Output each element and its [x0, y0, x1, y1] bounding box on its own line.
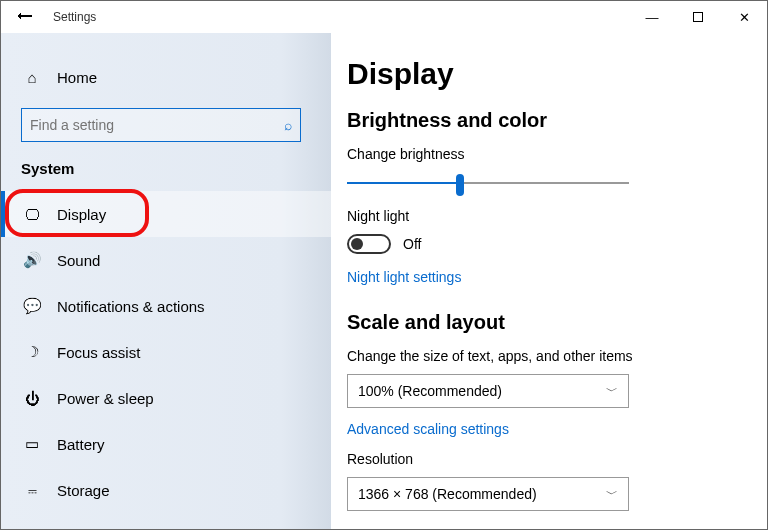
sidebar-item-label: Storage: [57, 482, 110, 499]
night-light-state: Off: [403, 236, 421, 252]
display-icon: 🖵: [21, 206, 43, 223]
scale-select[interactable]: 100% (Recommended) ﹀: [347, 374, 629, 408]
minimize-button[interactable]: —: [629, 1, 675, 33]
sidebar-item-label: Sound: [57, 252, 100, 269]
back-button[interactable]: 🠔: [9, 8, 41, 26]
advanced-scaling-link[interactable]: Advanced scaling settings: [347, 421, 509, 437]
resolution-label: Resolution: [347, 451, 747, 467]
scale-value: 100% (Recommended): [358, 383, 502, 399]
brightness-label: Change brightness: [347, 146, 747, 162]
settings-window: 🠔 Settings — ✕ ⌂ Home ⌕ System 🖵 Displa: [0, 0, 768, 530]
titlebar: 🠔 Settings — ✕: [1, 1, 767, 33]
sidebar-item-label: Notifications & actions: [57, 298, 205, 315]
search-input[interactable]: [30, 117, 284, 133]
night-light-label: Night light: [347, 208, 747, 224]
content-pane: Display Brightness and color Change brig…: [331, 33, 767, 529]
sound-icon: 🔊: [21, 251, 43, 269]
sidebar-item-sound[interactable]: 🔊 Sound: [1, 237, 331, 283]
home-icon: ⌂: [21, 69, 43, 86]
sidebar-item-focus-assist[interactable]: ☽ Focus assist: [1, 329, 331, 375]
battery-icon: ▭: [21, 435, 43, 453]
slider-thumb[interactable]: [456, 174, 464, 196]
window-controls: — ✕: [629, 1, 767, 33]
close-button[interactable]: ✕: [721, 1, 767, 33]
resolution-select[interactable]: 1366 × 768 (Recommended) ﹀: [347, 477, 629, 511]
window-title: Settings: [53, 10, 96, 24]
search-box[interactable]: ⌕: [21, 108, 301, 142]
section-brightness-color: Brightness and color: [347, 109, 747, 132]
sidebar-item-display[interactable]: 🖵 Display: [1, 191, 331, 237]
resolution-value: 1366 × 768 (Recommended): [358, 486, 537, 502]
page-title: Display: [347, 57, 747, 91]
home-link[interactable]: ⌂ Home: [1, 58, 331, 96]
power-icon: ⏻: [21, 390, 43, 407]
sidebar-item-label: Focus assist: [57, 344, 140, 361]
sidebar-item-label: Display: [57, 206, 106, 223]
scale-label: Change the size of text, apps, and other…: [347, 348, 747, 364]
maximize-button[interactable]: [675, 1, 721, 33]
chevron-down-icon: ﹀: [606, 383, 618, 400]
chevron-down-icon: ﹀: [606, 486, 618, 503]
sidebar-item-notifications[interactable]: 💬 Notifications & actions: [1, 283, 331, 329]
sidebar-item-battery[interactable]: ▭ Battery: [1, 421, 331, 467]
home-label: Home: [57, 69, 97, 86]
search-icon: ⌕: [284, 117, 292, 133]
body: ⌂ Home ⌕ System 🖵 Display 🔊 Sound 💬 Not: [1, 33, 767, 529]
sidebar-item-label: Battery: [57, 436, 105, 453]
sidebar: ⌂ Home ⌕ System 🖵 Display 🔊 Sound 💬 Not: [1, 33, 331, 529]
storage-icon: ⎓: [21, 482, 43, 499]
sidebar-item-storage[interactable]: ⎓ Storage: [1, 467, 331, 513]
section-scale-layout: Scale and layout: [347, 311, 747, 334]
notifications-icon: 💬: [21, 297, 43, 315]
sidebar-item-power-sleep[interactable]: ⏻ Power & sleep: [1, 375, 331, 421]
category-header: System: [1, 160, 331, 177]
toggle-knob: [351, 238, 363, 250]
sidebar-item-label: Power & sleep: [57, 390, 154, 407]
night-light-toggle[interactable]: [347, 234, 391, 254]
brightness-slider[interactable]: [347, 172, 629, 196]
focus-assist-icon: ☽: [21, 343, 43, 361]
night-light-settings-link[interactable]: Night light settings: [347, 269, 461, 285]
slider-fill: [347, 182, 460, 184]
